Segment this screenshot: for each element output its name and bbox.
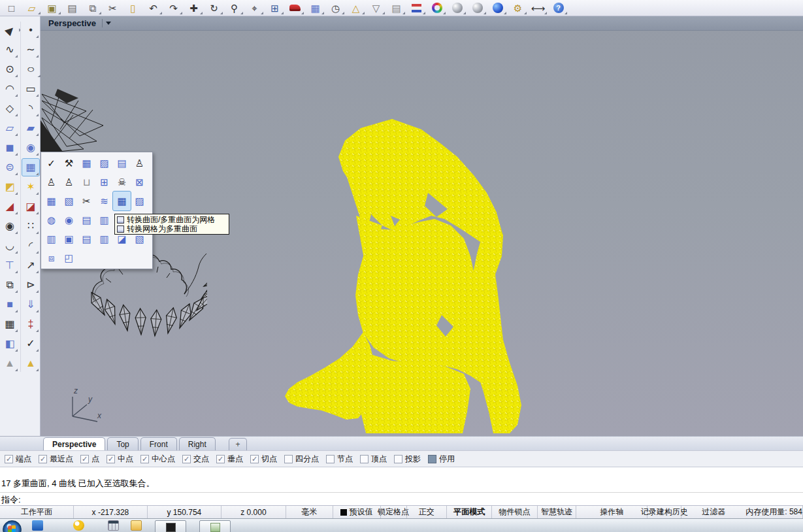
wrench-mesh-icon[interactable]: ⚒ — [60, 154, 78, 173]
osnap-checkbox[interactable] — [428, 455, 436, 463]
tab-perspective[interactable]: Perspective — [43, 437, 105, 450]
status-x[interactable]: x -217.328 — [74, 506, 148, 518]
print-icon[interactable]: ▤ — [63, 1, 82, 15]
car-icon[interactable] — [286, 1, 304, 15]
mesh-window-icon[interactable]: ▦ — [78, 154, 95, 173]
layers-box-icon[interactable] — [407, 1, 426, 15]
zoom-lens-icon[interactable]: ⚲ — [225, 1, 244, 15]
dashed-curve-icon[interactable]: ◜ — [22, 237, 39, 254]
status-gridsnap[interactable]: 锁定格点 — [381, 506, 407, 518]
section-icon[interactable]: ‡ — [22, 316, 39, 333]
mesh-convert-icon[interactable]: ▦ — [113, 191, 131, 210]
cut-scissors-icon[interactable]: ✂ — [103, 1, 122, 15]
perspective-viewport[interactable]: Perspective — [41, 16, 803, 436]
solid-box-icon[interactable]: ■ — [1, 296, 18, 313]
curve-boolean-icon[interactable]: ◉ — [1, 218, 18, 235]
status-filter[interactable]: 过滤器 — [681, 506, 746, 518]
color-wheel-icon[interactable] — [427, 1, 446, 15]
osnap-quadrant[interactable]: 四分点 — [284, 454, 319, 465]
mesh-scatter-icon[interactable]: ▨ — [131, 191, 148, 210]
mesh-wall-icon[interactable]: ▥ — [42, 229, 60, 248]
box-icon[interactable]: ◼ — [1, 139, 18, 156]
add-viewport-tab[interactable]: + — [229, 438, 247, 450]
mesh-add-icon[interactable]: ⊞ — [95, 173, 113, 191]
mesh-trim-icon[interactable]: ✂ — [78, 191, 95, 210]
person-mesh-icon[interactable]: ♙ — [131, 154, 148, 173]
tab-top[interactable]: Top — [107, 437, 138, 450]
extrude-icon[interactable]: ⊤ — [1, 257, 18, 274]
cone-flag-icon[interactable]: △ — [346, 1, 365, 15]
redo-icon[interactable]: ↷ — [164, 1, 183, 15]
person-lift-icon[interactable]: ♙ — [42, 173, 60, 191]
status-layer[interactable]: 预设值 — [333, 506, 380, 518]
rectangle-icon[interactable]: ▭ — [22, 80, 39, 97]
prism-icon[interactable]: ◧ — [1, 335, 18, 352]
surface-3pt-icon[interactable]: ▱ — [1, 120, 18, 137]
osnap-endpoint[interactable]: 端点 — [5, 454, 31, 465]
copy-page-icon[interactable]: ⧉ — [83, 1, 102, 15]
status-z[interactable]: z 0.000 — [221, 506, 286, 518]
trim-icon[interactable]: ◪ — [22, 198, 39, 215]
status-smarttrack[interactable]: 智慧轨迹 — [538, 506, 576, 518]
interp-curve-icon[interactable]: ∼ — [22, 41, 39, 58]
osnap-checkbox[interactable] — [284, 455, 293, 463]
array-icon[interactable]: ▦ — [1, 316, 18, 333]
paste-icon[interactable]: ▯ — [123, 1, 142, 15]
help-icon[interactable]: ? — [549, 1, 568, 15]
bend-surface-icon[interactable]: ▰ — [22, 120, 39, 137]
move-icon[interactable]: ↗ — [22, 257, 39, 274]
cylinder-icon[interactable]: ⊜ — [1, 159, 18, 176]
status-memory[interactable]: 内存使用量: 584 — [746, 506, 803, 518]
yellow-character-model[interactable] — [281, 111, 542, 436]
osnap-center[interactable]: 中心点 — [140, 454, 175, 465]
cone-icon[interactable]: ▲ — [1, 355, 18, 372]
status-history[interactable]: 记录建构历史 — [647, 506, 681, 518]
strip-up-icon[interactable]: ▤ — [78, 229, 95, 248]
pyramid-icon[interactable]: ▲ — [22, 355, 39, 372]
save-file-icon[interactable]: ▣ — [42, 1, 61, 15]
start-button[interactable] — [3, 520, 22, 532]
curve-point-icon[interactable]: ◡ — [1, 237, 18, 254]
taskbar-app-folder-icon[interactable] — [131, 520, 142, 531]
notes-icon[interactable]: ▤ — [387, 1, 406, 15]
osnap-tangent[interactable]: 切点 — [250, 454, 277, 465]
pan-icon[interactable]: ✚ — [184, 1, 203, 15]
undo-icon[interactable]: ↶ — [144, 1, 163, 15]
gear-icon[interactable]: ⚙ — [508, 1, 527, 15]
osnap-checkbox[interactable] — [140, 455, 149, 463]
mesh-icon[interactable]: ▦ — [22, 159, 39, 176]
osnap-checkbox[interactable] — [39, 455, 47, 463]
osnap-checkbox[interactable] — [394, 455, 402, 463]
status-cplane[interactable]: 工作平面 — [0, 506, 74, 518]
taskbar-window-rhino[interactable] — [155, 520, 186, 532]
osnap-midpoint[interactable]: 中点 — [107, 454, 133, 465]
arc-bold-icon[interactable]: ◝ — [22, 100, 39, 117]
meatball-icon[interactable]: ◉ — [60, 210, 78, 229]
mesh-hole-icon[interactable]: ▣ — [60, 229, 78, 248]
osnap-checkbox[interactable] — [5, 455, 13, 463]
spheres-icon[interactable]: ◉ — [22, 139, 39, 156]
box-out-icon[interactable]: ⧈ — [42, 248, 60, 267]
command-input[interactable] — [24, 495, 800, 505]
status-units[interactable]: 毫米 — [286, 506, 333, 518]
compass-icon[interactable]: ◷ — [326, 1, 345, 15]
plane-axes-icon[interactable]: ▦ — [42, 191, 60, 210]
render-blue-sphere-icon[interactable] — [488, 1, 507, 15]
render-sphere-icon[interactable] — [448, 1, 467, 15]
osnap-checkbox[interactable] — [182, 455, 191, 463]
osnap-nearest[interactable]: 最近点 — [39, 454, 73, 465]
strip-a-icon[interactable]: ▤ — [78, 210, 95, 229]
arc-icon[interactable]: ◠ — [1, 80, 18, 97]
spotlight-funnel-icon[interactable]: ▽ — [367, 1, 385, 15]
skull-icon[interactable]: ☠ — [113, 173, 131, 191]
status-ortho[interactable]: 正交 — [407, 506, 447, 518]
pour-mesh-icon[interactable]: ▨ — [95, 154, 113, 173]
fillet-icon[interactable]: ◢ — [1, 198, 18, 215]
new-file-icon[interactable]: □ — [2, 1, 21, 15]
osnap-checkbox[interactable] — [250, 455, 259, 463]
mesh-layers-icon[interactable]: ≋ — [95, 191, 113, 210]
status-gumball[interactable]: 操作轴 — [576, 506, 647, 518]
osnap-project[interactable]: 投影 — [394, 454, 421, 465]
polygon-icon[interactable]: ◇ — [1, 100, 18, 117]
taskbar-app-blue-icon[interactable] — [32, 520, 43, 531]
